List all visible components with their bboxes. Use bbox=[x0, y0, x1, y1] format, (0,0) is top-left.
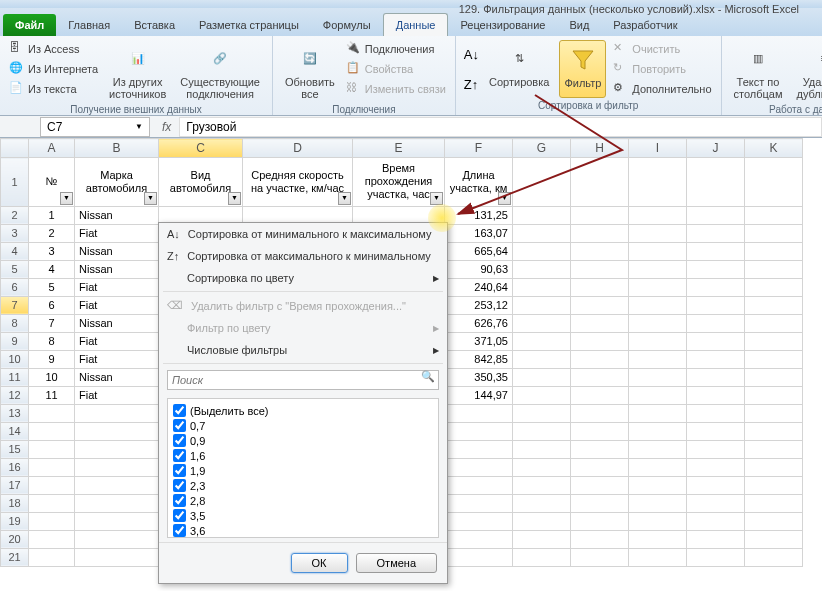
cell[interactable]: 626,76 bbox=[445, 314, 513, 332]
refresh-all-button[interactable]: 🔄Обновить все bbox=[281, 40, 339, 102]
row-header[interactable]: 5 bbox=[1, 260, 29, 278]
cell[interactable]: 665,64 bbox=[445, 242, 513, 260]
cell[interactable]: Nissan bbox=[75, 314, 159, 332]
sort-asc-item[interactable]: A↓Сортировка от минимального к максималь… bbox=[159, 223, 447, 245]
col-header[interactable]: G bbox=[513, 139, 571, 158]
row-header[interactable]: 16 bbox=[1, 458, 29, 476]
tab-page-layout[interactable]: Разметка страницы bbox=[187, 14, 311, 36]
row-header[interactable]: 14 bbox=[1, 422, 29, 440]
col-header[interactable]: J bbox=[687, 139, 745, 158]
name-box[interactable]: C7▼ bbox=[40, 117, 150, 137]
cell[interactable]: 240,64 bbox=[445, 278, 513, 296]
table-header[interactable]: Длина участка, км▼ bbox=[445, 158, 513, 207]
cell[interactable]: 1 bbox=[29, 206, 75, 224]
cell[interactable]: 163,07 bbox=[445, 224, 513, 242]
filter-dropdown-icon[interactable]: ▼ bbox=[144, 192, 157, 205]
row-header[interactable]: 7 bbox=[1, 296, 29, 314]
filter-value-checkbox[interactable]: 2,3 bbox=[172, 478, 434, 493]
col-header[interactable]: E bbox=[353, 139, 445, 158]
row-header[interactable]: 9 bbox=[1, 332, 29, 350]
filter-value-checkbox[interactable]: 3,6 bbox=[172, 523, 434, 538]
row-header[interactable]: 6 bbox=[1, 278, 29, 296]
col-header[interactable]: K bbox=[745, 139, 803, 158]
formula-input[interactable]: Грузовой bbox=[179, 117, 822, 137]
filter-value-checkbox[interactable]: 0,9 bbox=[172, 433, 434, 448]
cell[interactable]: 11 bbox=[29, 386, 75, 404]
tab-data[interactable]: Данные bbox=[383, 13, 449, 36]
table-header[interactable]: Вид автомобиля▼ bbox=[159, 158, 243, 207]
sort-desc-icon[interactable]: Z↑ bbox=[464, 77, 479, 92]
tab-file[interactable]: Файл bbox=[3, 14, 56, 36]
cancel-button[interactable]: Отмена bbox=[356, 553, 437, 573]
cell[interactable]: Nissan bbox=[75, 260, 159, 278]
filter-dropdown-icon[interactable]: ▼ bbox=[430, 192, 443, 205]
from-web-button[interactable]: 🌐Из Интернета bbox=[8, 60, 99, 78]
ok-button[interactable]: ОК bbox=[291, 553, 348, 573]
filter-value-checkbox[interactable]: 0,7 bbox=[172, 418, 434, 433]
cell[interactable]: Fiat bbox=[75, 224, 159, 242]
row-header[interactable]: 17 bbox=[1, 476, 29, 494]
cell[interactable]: 5 bbox=[29, 278, 75, 296]
tab-home[interactable]: Главная bbox=[56, 14, 122, 36]
row-header[interactable]: 13 bbox=[1, 404, 29, 422]
row-header[interactable]: 21 bbox=[1, 548, 29, 566]
cell[interactable]: 350,35 bbox=[445, 368, 513, 386]
cell[interactable]: 371,05 bbox=[445, 332, 513, 350]
filter-value-checkbox[interactable]: 1,6 bbox=[172, 448, 434, 463]
cell[interactable]: Fiat bbox=[75, 278, 159, 296]
cell[interactable]: 842,85 bbox=[445, 350, 513, 368]
cell[interactable]: 4 bbox=[29, 260, 75, 278]
row-header[interactable]: 15 bbox=[1, 440, 29, 458]
filter-button[interactable]: Фильтр bbox=[559, 40, 606, 98]
sort-color-item[interactable]: Сортировка по цвету▶ bbox=[159, 267, 447, 289]
cell[interactable]: 6 bbox=[29, 296, 75, 314]
text-to-columns-button[interactable]: ▥Текст по столбцам bbox=[730, 40, 787, 102]
tab-formulas[interactable]: Формулы bbox=[311, 14, 383, 36]
table-header[interactable]: Средняя скорость на участке, км/час▼ bbox=[243, 158, 353, 207]
row-header[interactable]: 19 bbox=[1, 512, 29, 530]
cell[interactable]: 9 bbox=[29, 350, 75, 368]
filter-dropdown-icon[interactable]: ▼ bbox=[338, 192, 351, 205]
cell[interactable]: 3 bbox=[29, 242, 75, 260]
table-header[interactable]: Время прохождения участка, час▼ bbox=[353, 158, 445, 207]
cell[interactable]: Nissan bbox=[75, 206, 159, 224]
tab-insert[interactable]: Вставка bbox=[122, 14, 187, 36]
col-header[interactable]: I bbox=[629, 139, 687, 158]
filter-value-checkbox[interactable]: 1,9 bbox=[172, 463, 434, 478]
cell[interactable]: Nissan bbox=[75, 368, 159, 386]
row-header[interactable]: 1 bbox=[1, 158, 29, 207]
cell[interactable]: 7 bbox=[29, 314, 75, 332]
cell[interactable]: Fiat bbox=[75, 332, 159, 350]
table-header[interactable]: Марка автомобиля▼ bbox=[75, 158, 159, 207]
row-header[interactable]: 10 bbox=[1, 350, 29, 368]
cell[interactable]: 10 bbox=[29, 368, 75, 386]
from-other-button[interactable]: 📊Из других источников bbox=[105, 40, 170, 102]
select-all-checkbox[interactable]: (Выделить все) bbox=[172, 403, 434, 418]
filter-value-checkbox[interactable]: 2,8 bbox=[172, 493, 434, 508]
col-header[interactable]: D bbox=[243, 139, 353, 158]
col-header[interactable]: C bbox=[159, 139, 243, 158]
row-header[interactable]: 20 bbox=[1, 530, 29, 548]
cell[interactable]: 2 bbox=[29, 224, 75, 242]
advanced-filter-button[interactable]: ⚙Дополнительно bbox=[612, 80, 712, 98]
cell[interactable]: Fiat bbox=[75, 296, 159, 314]
filter-dropdown-icon[interactable]: ▼ bbox=[60, 192, 73, 205]
filter-dropdown-icon[interactable]: ▼ bbox=[498, 192, 511, 205]
cell[interactable]: Fiat bbox=[75, 386, 159, 404]
select-all-corner[interactable] bbox=[1, 139, 29, 158]
cell[interactable]: 253,12 bbox=[445, 296, 513, 314]
col-header[interactable]: F bbox=[445, 139, 513, 158]
col-header[interactable]: H bbox=[571, 139, 629, 158]
row-header[interactable]: 2 bbox=[1, 206, 29, 224]
row-header[interactable]: 11 bbox=[1, 368, 29, 386]
connections-button[interactable]: 🔌Подключения bbox=[345, 40, 447, 58]
row-header[interactable]: 12 bbox=[1, 386, 29, 404]
row-header[interactable]: 4 bbox=[1, 242, 29, 260]
cell[interactable]: Fiat bbox=[75, 350, 159, 368]
sort-button[interactable]: ⇅Сортировка bbox=[485, 40, 553, 98]
sort-asc-icon[interactable]: A↓ bbox=[464, 47, 479, 62]
filter-values-list[interactable]: (Выделить все) 0,70,91,61,92,32,83,53,64… bbox=[167, 398, 439, 538]
row-header[interactable]: 3 bbox=[1, 224, 29, 242]
table-header[interactable]: №▼ bbox=[29, 158, 75, 207]
cell[interactable]: 90,63 bbox=[445, 260, 513, 278]
